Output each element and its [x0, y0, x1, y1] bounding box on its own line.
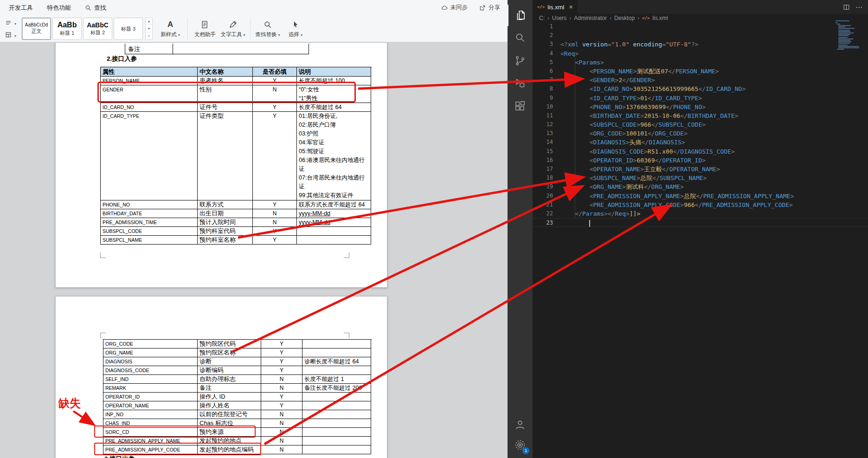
cell-required[interactable]: Y [261, 366, 302, 375]
code-line-19[interactable]: 19 <ORG_NAME>测试科</ORG_NAME> [533, 182, 868, 191]
cell-name[interactable]: 自助办理标志 [198, 375, 261, 384]
code-line-6[interactable]: 6 <PERSON_NAME>测试配送07</PERSON_NAME> [533, 67, 868, 76]
cell-required[interactable]: N [261, 375, 302, 384]
minimap[interactable] [836, 18, 864, 59]
code-line-7[interactable]: 7 <GENDER>2</GENDER> [533, 76, 868, 84]
style-card-heading2[interactable]: AaBbC 标题 2 [83, 18, 112, 40]
code-text[interactable]: <ID_CARD_TYPE>01</ID_CARD_TYPE> [560, 94, 702, 103]
cell-attr[interactable]: PRE_ADMISSION_APPLY_NAME [103, 437, 198, 445]
cell-name[interactable]: Chas 标志位 [198, 419, 261, 428]
menu-tab-features[interactable]: 特色功能 [40, 0, 78, 15]
code-text[interactable]: <PHONE_NO>13760639699</PHONE_NO> [560, 103, 706, 111]
cell-attr[interactable]: SUBSPCL_NAME [101, 236, 198, 245]
line-number[interactable]: 10 [533, 103, 560, 111]
cell-required[interactable]: Y [253, 200, 297, 209]
line-number[interactable]: 18 [533, 174, 560, 182]
cell-name[interactable]: 诊断编码 [198, 366, 261, 375]
breadcrumb-item[interactable]: Users [552, 15, 566, 21]
cell-desc[interactable]: 长度不能超过 64 [297, 103, 371, 112]
line-number[interactable]: 2 [533, 31, 560, 40]
line-number[interactable]: 11 [533, 111, 560, 120]
cell-name[interactable]: 预约科室名称 [198, 236, 253, 245]
code-text[interactable]: <GENDER>2</GENDER> [560, 76, 655, 84]
code-text[interactable]: <OPERATOR_ID>60369</OPERATOR_ID> [560, 156, 706, 165]
cell-desc[interactable] [302, 419, 371, 428]
more-actions-icon[interactable]: ⋯ [855, 4, 862, 11]
cell-required[interactable]: Y [261, 393, 302, 401]
header-name[interactable]: 中文名称 [198, 67, 253, 77]
line-number[interactable]: 20 [533, 192, 560, 200]
header-desc[interactable]: 说明 [297, 67, 371, 77]
code-text[interactable]: <SUBSPCL_NAME>总院</SUBSPCL_NAME> [560, 174, 707, 182]
cell-desc[interactable] [302, 340, 371, 348]
cell-required[interactable]: N [261, 419, 302, 428]
cell-attr[interactable]: ORG_NAME [103, 348, 198, 357]
cell-desc[interactable]: yyyy-MM-dd [297, 209, 371, 218]
cell-attr[interactable]: CHAS_IND [103, 419, 198, 428]
code-line-1[interactable]: 1 [533, 22, 868, 31]
line-number[interactable]: 16 [533, 156, 560, 165]
line-number[interactable]: 14 [533, 138, 560, 147]
breadcrumb-item[interactable]: Administrator [574, 15, 607, 21]
cell-attr[interactable]: BIRTHDAY_DATE [101, 209, 198, 218]
new-style-button[interactable]: A 新样式 [156, 19, 184, 38]
cell-name[interactable]: 预计入院时间 [198, 218, 253, 227]
cell-desc[interactable] [297, 227, 371, 236]
cell-desc[interactable] [302, 410, 371, 419]
code-line-4[interactable]: 4<Req> [533, 49, 868, 58]
cell-name[interactable]: 预约院区代码 [198, 340, 261, 348]
cell-required[interactable]: N [261, 445, 302, 454]
cell-attr[interactable]: SORC_CD [103, 428, 198, 437]
cell-attr[interactable]: PHONE_NO [101, 200, 198, 209]
cell-desc[interactable] [302, 445, 371, 454]
line-number[interactable]: 15 [533, 147, 560, 156]
cell-required[interactable]: Y [253, 112, 297, 200]
cell-attr[interactable]: OPERATOR_NAME [103, 401, 198, 410]
cell-attr[interactable]: SELF_IND [103, 375, 198, 384]
code-text[interactable]: <DIAGNOSIS>头痛</DIAGNOSIS> [560, 138, 685, 147]
cell-required[interactable]: Y [261, 401, 302, 410]
line-number[interactable]: 6 [533, 67, 560, 76]
cell-attr[interactable]: GENDER [101, 85, 198, 103]
breadcrumb-item[interactable]: lis.xml [652, 15, 668, 21]
outline-tool-button[interactable] [4, 18, 17, 28]
cell-name[interactable]: 预约来源 [198, 428, 261, 437]
cell-required[interactable]: Y [261, 340, 302, 348]
cell-attr[interactable]: PERSON_NAME [101, 77, 198, 85]
text-tool-button[interactable]: 文字工具 [219, 19, 247, 38]
cell-desc[interactable] [302, 348, 371, 357]
cell-name[interactable]: 诊断 [198, 357, 261, 366]
code-line-2[interactable]: 2 [533, 31, 868, 40]
code-line-18[interactable]: 18 <SUBSPCL_NAME>总院</SUBSPCL_NAME> [533, 174, 868, 182]
line-number[interactable]: 9 [533, 94, 560, 103]
fragment-cell-text[interactable]: 备注 [128, 45, 140, 53]
cell-desc[interactable]: 备注长度不能超过 200 [302, 384, 371, 393]
sync-status-button[interactable]: 未同步 [441, 4, 468, 12]
cell-desc[interactable]: 长度不能超过 100 [297, 77, 371, 85]
cell-attr[interactable]: OPERATOR_ID [103, 393, 198, 401]
code-line-8[interactable]: 8 <ID_CARD_NO>303521256615999665</ID_CAR… [533, 84, 868, 93]
activity-extensions[interactable] [508, 96, 533, 117]
cell-name[interactable]: 发起预约的地点 [198, 437, 261, 445]
cell-required[interactable]: N [253, 85, 297, 103]
activity-account[interactable] [508, 414, 533, 435]
share-button[interactable]: 分享 [479, 4, 500, 12]
line-number[interactable]: 22 [533, 209, 560, 218]
code-line-14[interactable]: 14 <DIAGNOSIS>头痛</DIAGNOSIS> [533, 138, 868, 147]
cell-name[interactable]: 操作人 ID [198, 393, 261, 401]
cell-desc[interactable]: yyyy-MM-dd [297, 218, 371, 227]
menu-tab-dev-tools[interactable]: 开发工具 [2, 0, 40, 15]
code-text[interactable]: <ORG_NAME>测试科</ORG_NAME> [560, 182, 684, 191]
cell-required[interactable]: N [261, 410, 302, 419]
breadcrumb-item[interactable]: C: [539, 15, 545, 21]
code-line-15[interactable]: 15 <DIAGNOSIS_CODE>R51.x00</DIAGNOSIS_CO… [533, 147, 868, 156]
line-number[interactable]: 8 [533, 84, 560, 93]
code-text[interactable]: <?xml version="1.0" encoding="UTF-8"?> [560, 40, 698, 49]
code-text[interactable]: <PRE_ADMISSION_APPLY_CODE>966</PRE_ADMIS… [560, 200, 793, 209]
cell-required[interactable]: Y [253, 77, 297, 85]
cell-name[interactable]: 预约院区名称 [198, 348, 261, 357]
select-button[interactable]: 选择 [282, 19, 309, 38]
code-line-23[interactable]: 23 [533, 218, 868, 227]
code-text[interactable]: <OPERATOR_NAME>王立毅</OPERATOR_NAME> [560, 165, 720, 174]
tab-lis-xml[interactable]: </> lis.xml × [533, 0, 578, 14]
